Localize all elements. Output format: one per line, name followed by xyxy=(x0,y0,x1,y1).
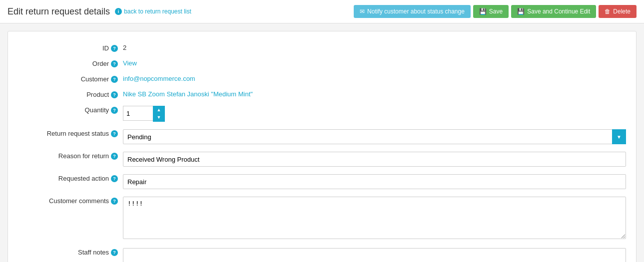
action-label: Requested action ? xyxy=(18,172,123,182)
quantity-spinners: ▲ ▼ xyxy=(153,106,165,122)
staff-notes-label: Staff notes ? xyxy=(18,246,123,256)
customer-comments-textarea[interactable]: !!!! xyxy=(123,197,626,239)
page-title: Edit return request details xyxy=(7,6,110,17)
header-left: Edit return request details i back to re… xyxy=(7,6,191,17)
reason-help-icon[interactable]: ? xyxy=(111,153,118,160)
staff-notes-help-icon[interactable]: ? xyxy=(111,249,118,256)
customer-help-icon[interactable]: ? xyxy=(111,76,118,83)
back-link-text: back to return request list xyxy=(124,8,191,15)
quantity-down-button[interactable]: ▼ xyxy=(153,114,164,121)
reason-row: Reason for return ? xyxy=(18,149,626,167)
product-label: Product ? xyxy=(18,88,123,98)
id-value: 2 xyxy=(123,41,626,51)
return-status-help-icon[interactable]: ? xyxy=(111,130,118,137)
mail-icon: ✉ xyxy=(360,8,365,15)
action-input[interactable] xyxy=(123,174,626,189)
form-panel: ID ? 2 Order ? View Customer ? inf xyxy=(7,31,637,262)
quantity-value: ▲ ▼ xyxy=(123,103,626,122)
save-continue-icon: 💾 xyxy=(517,8,525,15)
order-value: View xyxy=(123,57,626,67)
return-status-value: Pending Received Return authorized Item(… xyxy=(123,127,626,144)
product-value: Nike SB Zoom Stefan Janoski "Medium Mint… xyxy=(123,88,626,98)
content: ID ? 2 Order ? View Customer ? inf xyxy=(0,23,644,262)
order-row: Order ? View xyxy=(18,57,626,67)
product-row: Product ? Nike SB Zoom Stefan Janoski "M… xyxy=(18,88,626,98)
quantity-up-button[interactable]: ▲ xyxy=(153,106,164,114)
return-status-select-wrapper: Pending Received Return authorized Item(… xyxy=(123,129,626,144)
save-label: Save xyxy=(489,8,503,15)
return-status-select[interactable]: Pending Received Return authorized Item(… xyxy=(123,129,626,144)
order-link[interactable]: View xyxy=(123,59,137,67)
reason-input[interactable] xyxy=(123,152,626,167)
back-link[interactable]: i back to return request list xyxy=(115,8,191,15)
quantity-label: Quantity ? xyxy=(18,103,123,114)
customer-link[interactable]: info@nopcommerce.com xyxy=(123,75,195,82)
return-status-row: Return request status ? Pending Received… xyxy=(18,127,626,144)
quantity-help-icon[interactable]: ? xyxy=(111,107,118,114)
product-help-icon[interactable]: ? xyxy=(111,91,118,98)
save-button[interactable]: 💾 Save xyxy=(473,5,509,18)
id-help-icon[interactable]: ? xyxy=(111,45,118,52)
customer-comments-row: Customer comments ? !!!! xyxy=(18,194,626,241)
delete-label: Delete xyxy=(613,8,631,15)
customer-comments-value: !!!! xyxy=(123,194,626,241)
quantity-row: Quantity ? ▲ ▼ xyxy=(18,103,626,122)
reason-value xyxy=(123,149,626,167)
staff-notes-textarea[interactable] xyxy=(123,248,626,262)
return-status-label: Return request status ? xyxy=(18,127,123,137)
save-icon: 💾 xyxy=(479,8,487,15)
notify-label: Notify customer about status change xyxy=(367,8,465,15)
action-help-icon[interactable]: ? xyxy=(111,175,118,182)
order-help-icon[interactable]: ? xyxy=(111,60,118,67)
quantity-input[interactable] xyxy=(123,106,153,121)
save-continue-label: Save and Continue Edit xyxy=(527,8,590,15)
delete-button[interactable]: 🗑 Delete xyxy=(599,5,637,18)
save-continue-button[interactable]: 💾 Save and Continue Edit xyxy=(511,5,596,18)
customer-comments-help-icon[interactable]: ? xyxy=(111,198,118,205)
toolbar: ✉ Notify customer about status change 💾 … xyxy=(354,5,637,18)
customer-comments-label: Customer comments ? xyxy=(18,194,123,205)
notify-button[interactable]: ✉ Notify customer about status change xyxy=(354,5,471,18)
id-row: ID ? 2 xyxy=(18,41,626,52)
delete-icon: 🗑 xyxy=(605,8,611,15)
order-label: Order ? xyxy=(18,57,123,67)
action-row: Requested action ? xyxy=(18,172,626,189)
staff-notes-row: Staff notes ? xyxy=(18,246,626,262)
staff-notes-value xyxy=(123,246,626,262)
customer-value: info@nopcommerce.com xyxy=(123,72,626,82)
reason-label: Reason for return ? xyxy=(18,149,123,160)
quantity-wrapper: ▲ ▼ xyxy=(123,106,168,122)
id-label: ID ? xyxy=(18,41,123,52)
back-icon: i xyxy=(115,8,122,15)
action-value xyxy=(123,172,626,189)
customer-row: Customer ? info@nopcommerce.com xyxy=(18,72,626,83)
product-link[interactable]: Nike SB Zoom Stefan Janoski "Medium Mint… xyxy=(123,90,253,98)
customer-label: Customer ? xyxy=(18,72,123,83)
